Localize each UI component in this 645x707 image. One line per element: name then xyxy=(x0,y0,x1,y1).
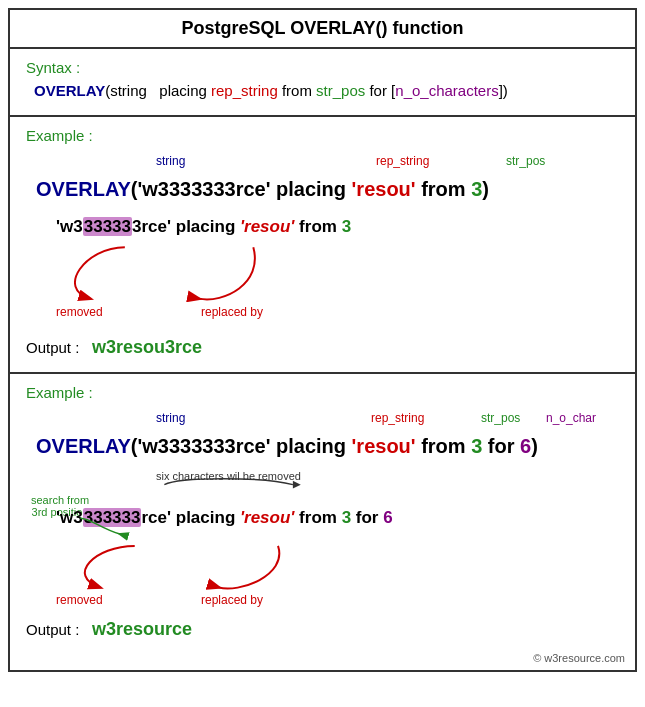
example1-labels-row: string rep_string str_pos xyxy=(36,148,619,178)
example2-arrows xyxy=(26,466,619,611)
syntax-label: Syntax : xyxy=(26,59,619,76)
label-str-pos-1: str_pos xyxy=(506,154,545,168)
rep-string-kw: rep_string xyxy=(211,82,278,99)
example2-labels-row: string rep_string str_pos n_o_char xyxy=(36,405,619,435)
example1-output: Output : w3resou3rce xyxy=(26,337,619,358)
page-title: PostgreSQL OVERLAY() function xyxy=(10,10,635,49)
six-chars-label: six characters wil be removed xyxy=(156,470,301,482)
example1-call: OVERLAY('w3333333rce' placing 'resou' fr… xyxy=(36,178,619,201)
example2-removed-label: removed xyxy=(56,593,103,607)
example2-output: Output : w3resource xyxy=(26,619,619,640)
output2-label: Output : xyxy=(26,621,79,638)
output1-label: Output : xyxy=(26,339,79,356)
example2-replaced-label: replaced by xyxy=(201,593,263,607)
example2-call: OVERLAY('w3333333rce' placing 'resou' fr… xyxy=(36,435,619,458)
example2-diagram-text: 'w3333333rce' placing 'resou' from 3 for… xyxy=(56,508,393,528)
output1-value: w3resou3rce xyxy=(92,337,202,357)
example1-replaced-label: replaced by xyxy=(201,305,263,319)
example1-section: Example : string rep_string str_pos OVER… xyxy=(10,117,635,374)
str-pos-kw: str_pos xyxy=(316,82,365,99)
main-container: PostgreSQL OVERLAY() function Syntax : O… xyxy=(8,8,637,672)
overlay-kw: OVERLAY xyxy=(34,82,105,99)
output2-value: w3resource xyxy=(92,619,192,639)
example1-label: Example : xyxy=(26,127,619,144)
highlight-chars-1: 33333 xyxy=(83,217,132,236)
example2-label: Example : xyxy=(26,384,619,401)
example1-diagram-text: 'w3333333rce' placing 'resou' from 3 xyxy=(56,217,351,237)
label-str-pos-2: str_pos xyxy=(481,411,520,425)
n-o-chars-kw: n_o_characters xyxy=(395,82,498,99)
example1-removed-label: removed xyxy=(56,305,103,319)
example2-diagram: search from 3rd position six characters … xyxy=(26,466,619,611)
syntax-section: Syntax : OVERLAY(string placing rep_stri… xyxy=(10,49,635,117)
label-string-2: string xyxy=(156,411,185,425)
label-rep-string-2: rep_string xyxy=(371,411,424,425)
title-text: PostgreSQL OVERLAY() function xyxy=(181,18,463,38)
syntax-text: OVERLAY(string placing rep_string from s… xyxy=(34,82,619,99)
example1-diagram: 'w3333333rce' placing 'resou' from 3 xyxy=(26,209,619,329)
label-rep-string-1: rep_string xyxy=(376,154,429,168)
copyright: © w3resource.com xyxy=(533,652,625,664)
label-n-o-char-2: n_o_char xyxy=(546,411,596,425)
label-string-1: string xyxy=(156,154,185,168)
highlight-chars-2: 333333 xyxy=(83,508,142,527)
example2-section: Example : string rep_string str_pos n_o_… xyxy=(10,374,635,670)
